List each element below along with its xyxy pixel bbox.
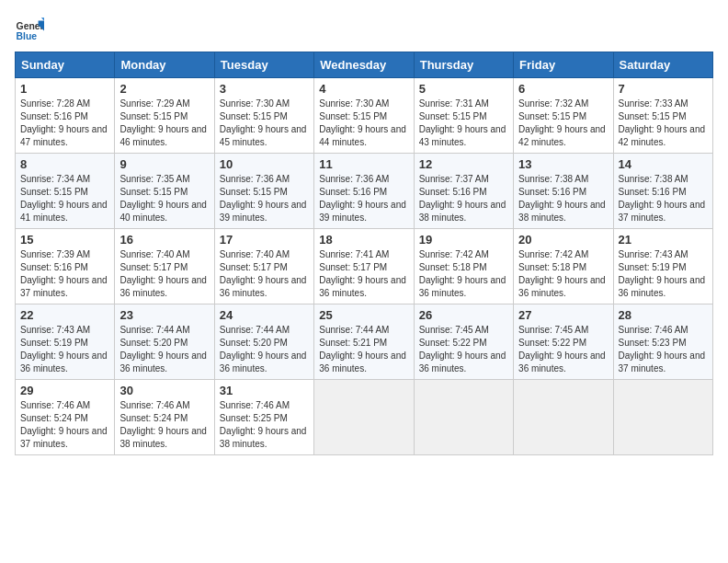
calendar-week-row: 15Sunrise: 7:39 AM Sunset: 5:16 PM Dayli… <box>16 229 713 304</box>
calendar-cell: 29Sunrise: 7:46 AM Sunset: 5:24 PM Dayli… <box>16 380 115 455</box>
day-number: 1 <box>20 82 109 96</box>
calendar-cell: 8Sunrise: 7:34 AM Sunset: 5:15 PM Daylig… <box>16 154 115 229</box>
calendar-cell: 13Sunrise: 7:38 AM Sunset: 5:16 PM Dayli… <box>514 154 613 229</box>
day-number: 5 <box>419 82 508 96</box>
calendar-header-row: SundayMondayTuesdayWednesdayThursdayFrid… <box>16 52 713 78</box>
calendar-week-row: 8Sunrise: 7:34 AM Sunset: 5:15 PM Daylig… <box>16 154 713 229</box>
calendar-table: SundayMondayTuesdayWednesdayThursdayFrid… <box>15 52 713 455</box>
calendar-cell: 7Sunrise: 7:33 AM Sunset: 5:15 PM Daylig… <box>613 78 712 154</box>
day-info: Sunrise: 7:30 AM Sunset: 5:15 PM Dayligh… <box>220 98 309 149</box>
day-info: Sunrise: 7:40 AM Sunset: 5:17 PM Dayligh… <box>220 248 309 300</box>
day-info: Sunrise: 7:29 AM Sunset: 5:15 PM Dayligh… <box>119 98 209 149</box>
calendar-cell: 2Sunrise: 7:29 AM Sunset: 5:15 PM Daylig… <box>115 78 214 154</box>
calendar-cell: 12Sunrise: 7:37 AM Sunset: 5:16 PM Dayli… <box>414 154 513 229</box>
day-number: 27 <box>518 308 608 322</box>
day-info: Sunrise: 7:43 AM Sunset: 5:19 PM Dayligh… <box>619 248 708 300</box>
calendar-cell: 10Sunrise: 7:36 AM Sunset: 5:15 PM Dayli… <box>214 154 313 229</box>
header: General Blue <box>15 15 713 44</box>
day-number: 13 <box>518 157 608 171</box>
day-info: Sunrise: 7:38 AM Sunset: 5:16 PM Dayligh… <box>619 173 708 224</box>
calendar-cell: 30Sunrise: 7:46 AM Sunset: 5:24 PM Dayli… <box>115 380 214 455</box>
day-info: Sunrise: 7:41 AM Sunset: 5:17 PM Dayligh… <box>319 248 408 300</box>
day-info: Sunrise: 7:46 AM Sunset: 5:24 PM Dayligh… <box>20 399 109 451</box>
day-number: 23 <box>119 308 209 322</box>
day-number: 15 <box>20 233 109 247</box>
day-number: 10 <box>220 157 309 171</box>
day-number: 25 <box>319 308 408 322</box>
calendar-cell: 20Sunrise: 7:42 AM Sunset: 5:18 PM Dayli… <box>514 229 613 304</box>
day-number: 29 <box>20 384 109 397</box>
main-container: General Blue SundayMondayTuesdayWednesda… <box>0 0 728 465</box>
calendar-week-row: 29Sunrise: 7:46 AM Sunset: 5:24 PM Dayli… <box>16 380 713 455</box>
day-number: 20 <box>518 233 608 247</box>
day-info: Sunrise: 7:46 AM Sunset: 5:24 PM Dayligh… <box>119 399 209 451</box>
day-number: 9 <box>119 157 209 171</box>
calendar-cell: 18Sunrise: 7:41 AM Sunset: 5:17 PM Dayli… <box>314 229 414 304</box>
calendar-cell: 1Sunrise: 7:28 AM Sunset: 5:16 PM Daylig… <box>16 78 115 154</box>
day-info: Sunrise: 7:45 AM Sunset: 5:22 PM Dayligh… <box>518 324 608 375</box>
logo: General Blue <box>15 15 44 44</box>
day-info: Sunrise: 7:28 AM Sunset: 5:16 PM Dayligh… <box>20 98 109 149</box>
calendar-cell: 19Sunrise: 7:42 AM Sunset: 5:18 PM Dayli… <box>414 229 513 304</box>
calendar-cell <box>314 380 414 455</box>
calendar-day-header: Thursday <box>414 52 513 78</box>
day-number: 7 <box>619 82 708 96</box>
svg-text:Blue: Blue <box>17 31 38 41</box>
calendar-cell: 25Sunrise: 7:44 AM Sunset: 5:21 PM Dayli… <box>314 304 414 380</box>
day-info: Sunrise: 7:37 AM Sunset: 5:16 PM Dayligh… <box>419 173 508 224</box>
day-info: Sunrise: 7:30 AM Sunset: 5:15 PM Dayligh… <box>319 98 408 149</box>
calendar-cell: 9Sunrise: 7:35 AM Sunset: 5:15 PM Daylig… <box>115 154 214 229</box>
day-number: 2 <box>119 82 209 96</box>
calendar-cell <box>613 380 712 455</box>
day-info: Sunrise: 7:43 AM Sunset: 5:19 PM Dayligh… <box>20 324 109 375</box>
day-info: Sunrise: 7:31 AM Sunset: 5:15 PM Dayligh… <box>419 98 508 149</box>
day-info: Sunrise: 7:36 AM Sunset: 5:15 PM Dayligh… <box>220 173 309 224</box>
day-info: Sunrise: 7:42 AM Sunset: 5:18 PM Dayligh… <box>518 248 608 300</box>
day-info: Sunrise: 7:39 AM Sunset: 5:16 PM Dayligh… <box>20 248 109 300</box>
calendar-cell: 21Sunrise: 7:43 AM Sunset: 5:19 PM Dayli… <box>613 229 712 304</box>
day-number: 26 <box>419 308 508 322</box>
calendar-cell: 23Sunrise: 7:44 AM Sunset: 5:20 PM Dayli… <box>115 304 214 380</box>
calendar-cell: 3Sunrise: 7:30 AM Sunset: 5:15 PM Daylig… <box>214 78 313 154</box>
day-number: 28 <box>619 308 708 322</box>
day-info: Sunrise: 7:44 AM Sunset: 5:20 PM Dayligh… <box>220 324 309 375</box>
day-info: Sunrise: 7:34 AM Sunset: 5:15 PM Dayligh… <box>20 173 109 224</box>
calendar-day-header: Monday <box>115 52 214 78</box>
day-info: Sunrise: 7:44 AM Sunset: 5:21 PM Dayligh… <box>319 324 408 375</box>
day-info: Sunrise: 7:46 AM Sunset: 5:25 PM Dayligh… <box>220 399 309 451</box>
day-info: Sunrise: 7:46 AM Sunset: 5:23 PM Dayligh… <box>619 324 708 375</box>
calendar-cell: 28Sunrise: 7:46 AM Sunset: 5:23 PM Dayli… <box>613 304 712 380</box>
calendar-cell <box>414 380 513 455</box>
calendar-cell: 27Sunrise: 7:45 AM Sunset: 5:22 PM Dayli… <box>514 304 613 380</box>
calendar-cell: 22Sunrise: 7:43 AM Sunset: 5:19 PM Dayli… <box>16 304 115 380</box>
day-info: Sunrise: 7:35 AM Sunset: 5:15 PM Dayligh… <box>119 173 209 224</box>
day-info: Sunrise: 7:42 AM Sunset: 5:18 PM Dayligh… <box>419 248 508 300</box>
day-number: 22 <box>20 308 109 322</box>
day-number: 30 <box>119 384 209 397</box>
day-info: Sunrise: 7:32 AM Sunset: 5:15 PM Dayligh… <box>518 98 608 149</box>
svg-marker-3 <box>41 17 44 20</box>
day-number: 31 <box>220 384 309 397</box>
calendar-week-row: 1Sunrise: 7:28 AM Sunset: 5:16 PM Daylig… <box>16 78 713 154</box>
day-info: Sunrise: 7:33 AM Sunset: 5:15 PM Dayligh… <box>619 98 708 149</box>
calendar-week-row: 22Sunrise: 7:43 AM Sunset: 5:19 PM Dayli… <box>16 304 713 380</box>
day-number: 21 <box>619 233 708 247</box>
day-number: 4 <box>319 82 408 96</box>
day-info: Sunrise: 7:44 AM Sunset: 5:20 PM Dayligh… <box>119 324 209 375</box>
day-info: Sunrise: 7:45 AM Sunset: 5:22 PM Dayligh… <box>419 324 508 375</box>
day-info: Sunrise: 7:36 AM Sunset: 5:16 PM Dayligh… <box>319 173 408 224</box>
calendar-cell: 5Sunrise: 7:31 AM Sunset: 5:15 PM Daylig… <box>414 78 513 154</box>
day-info: Sunrise: 7:40 AM Sunset: 5:17 PM Dayligh… <box>119 248 209 300</box>
day-number: 24 <box>220 308 309 322</box>
calendar-day-header: Friday <box>514 52 613 78</box>
logo-icon: General Blue <box>15 15 44 44</box>
calendar-cell: 15Sunrise: 7:39 AM Sunset: 5:16 PM Dayli… <box>16 229 115 304</box>
day-number: 18 <box>319 233 408 247</box>
calendar-day-header: Sunday <box>16 52 115 78</box>
day-info: Sunrise: 7:38 AM Sunset: 5:16 PM Dayligh… <box>518 173 608 224</box>
day-number: 8 <box>20 157 109 171</box>
day-number: 12 <box>419 157 508 171</box>
calendar-cell: 24Sunrise: 7:44 AM Sunset: 5:20 PM Dayli… <box>214 304 313 380</box>
calendar-day-header: Saturday <box>613 52 712 78</box>
day-number: 6 <box>518 82 608 96</box>
